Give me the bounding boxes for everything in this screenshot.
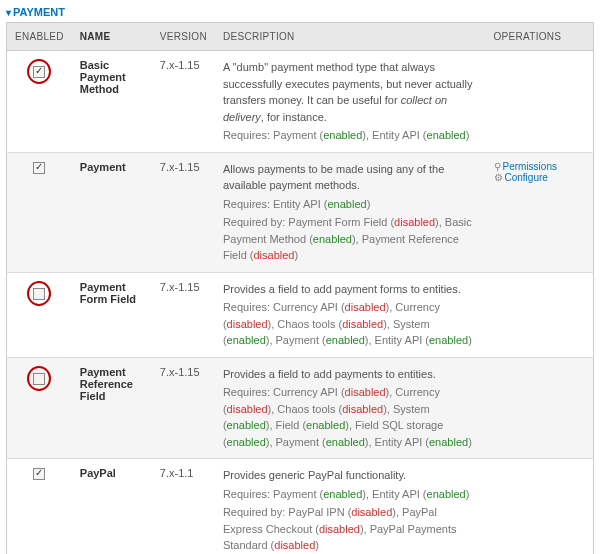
module-version: 7.x-1.15 — [152, 357, 215, 459]
module-name: Payment Reference Field — [72, 357, 152, 459]
table-row: PayPal7.x-1.1Provides generic PayPal fun… — [7, 459, 594, 555]
table-row: Payment Reference Field7.x-1.15Provides … — [7, 357, 594, 459]
module-description: Provides generic PayPal functionality.Re… — [215, 459, 486, 555]
col-operations: OPERATIONS — [486, 23, 594, 51]
highlight-circle — [27, 366, 51, 391]
highlight-circle — [27, 281, 51, 306]
enable-checkbox[interactable] — [33, 66, 45, 78]
col-description: DESCRIPTION — [215, 23, 486, 51]
module-version: 7.x-1.15 — [152, 51, 215, 153]
col-version: VERSION — [152, 23, 215, 51]
permissions-link[interactable]: Permissions — [494, 161, 557, 172]
col-name: NAME — [72, 23, 152, 51]
table-row: Basic Payment Method7.x-1.15A "dumb" pay… — [7, 51, 594, 153]
module-description: A "dumb" payment method type that always… — [215, 51, 486, 153]
enable-checkbox[interactable] — [33, 288, 45, 300]
enable-checkbox[interactable] — [33, 162, 45, 174]
configure-link[interactable]: Configure — [494, 172, 548, 183]
module-operations: PermissionsConfigure — [486, 152, 594, 272]
module-version: 7.x-1.15 — [152, 272, 215, 357]
module-description: Allows payments to be made using any of … — [215, 152, 486, 272]
module-version: 7.x-1.15 — [152, 152, 215, 272]
module-name: Payment Form Field — [72, 272, 152, 357]
module-operations — [486, 459, 594, 555]
module-name: Payment — [72, 152, 152, 272]
col-enabled: ENABLED — [7, 23, 72, 51]
enable-checkbox[interactable] — [33, 373, 45, 385]
module-name: Basic Payment Method — [72, 51, 152, 153]
table-row: Payment7.x-1.15Allows payments to be mad… — [7, 152, 594, 272]
modules-table: ENABLED NAME VERSION DESCRIPTION OPERATI… — [6, 22, 594, 554]
section-title[interactable]: PAYMENT — [6, 6, 594, 18]
module-operations — [486, 272, 594, 357]
module-name: PayPal — [72, 459, 152, 555]
enable-checkbox[interactable] — [33, 468, 45, 480]
module-operations — [486, 51, 594, 153]
module-version: 7.x-1.1 — [152, 459, 215, 555]
highlight-circle — [27, 59, 51, 84]
table-row: Payment Form Field7.x-1.15Provides a fie… — [7, 272, 594, 357]
module-description: Provides a field to add payments to enti… — [215, 357, 486, 459]
module-operations — [486, 357, 594, 459]
module-description: Provides a field to add payment forms to… — [215, 272, 486, 357]
